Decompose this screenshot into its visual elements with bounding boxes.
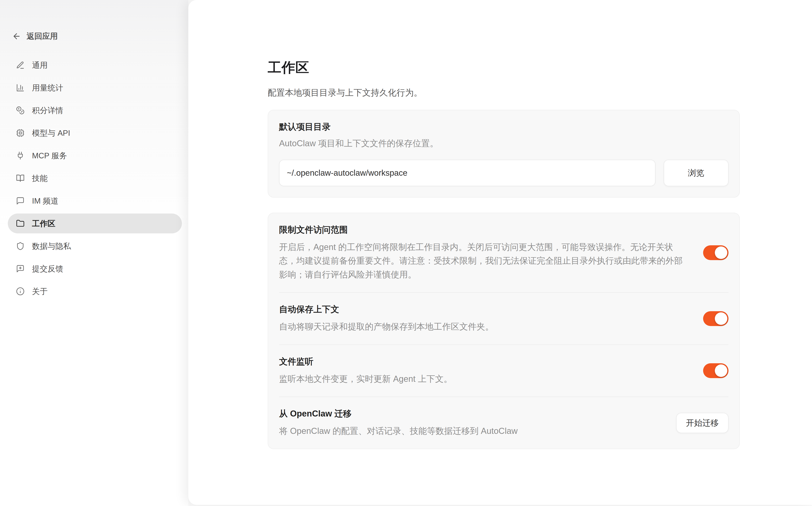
back-to-app-button[interactable]: 返回应用	[12, 31, 188, 41]
setting-title: 从 OpenClaw 迁移	[279, 408, 518, 419]
setting-row-auto-save-context: 自动保存上下文 自动将聊天记录和提取的产物保存到本地工作区文件夹。	[279, 293, 729, 344]
setting-description: 开启后，Agent 的工作空间将限制在工作目录内。关闭后可访问更大范围，可能导致…	[279, 240, 683, 281]
sidebar-item-label: 数据与隐私	[32, 241, 71, 252]
shield-icon	[16, 242, 24, 250]
sidebar-item-models-api[interactable]: 模型与 API	[8, 123, 182, 143]
auto-save-context-toggle[interactable]	[703, 311, 729, 326]
workspace-settings-page: 工作区 配置本地项目目录与上下文持久化行为。 默认项目目录 AutoClaw 项…	[188, 0, 812, 449]
sidebar-nav: 通用 用量统计 积分详情 模型与 API MCP 服务 技能 IM 频道	[8, 55, 182, 301]
coins-icon	[16, 106, 24, 115]
file-watch-toggle[interactable]	[703, 363, 729, 378]
feedback-icon	[16, 264, 24, 273]
sidebar-item-label: 提交反馈	[32, 263, 63, 274]
sidebar-item-feedback[interactable]: 提交反馈	[8, 259, 182, 279]
sidebar: 返回应用 通用 用量统计 积分详情 模型与 API MCP 服务 技能	[0, 0, 188, 506]
pencil-icon	[16, 61, 24, 69]
sidebar-item-label: 技能	[32, 173, 48, 184]
sidebar-item-label: MCP 服务	[32, 150, 67, 161]
directory-input-row: 浏览	[279, 160, 729, 186]
sidebar-item-label: 用量统计	[32, 82, 63, 93]
setting-text: 文件监听 监听本地文件变更，实时更新 Agent 上下文。	[279, 356, 452, 386]
arrow-left-icon	[12, 32, 21, 41]
sidebar-item-label: 模型与 API	[32, 128, 70, 139]
sidebar-item-about[interactable]: 关于	[8, 281, 182, 301]
info-icon	[16, 287, 24, 296]
sidebar-item-label: 关于	[32, 286, 48, 297]
sidebar-item-usage[interactable]: 用量统计	[8, 78, 182, 98]
default-directory-card: 默认项目目录 AutoClaw 项目和上下文文件的保存位置。 浏览	[268, 110, 740, 197]
setting-row-migrate: 从 OpenClaw 迁移 将 OpenClaw 的配置、对话记录、技能等数据迁…	[279, 397, 729, 449]
toggle-knob	[715, 364, 727, 377]
back-to-app-label: 返回应用	[26, 31, 58, 41]
setting-description: 自动将聊天记录和提取的产物保存到本地工作区文件夹。	[279, 320, 494, 333]
sidebar-item-credits[interactable]: 积分详情	[8, 100, 182, 120]
sidebar-item-workspace[interactable]: 工作区	[8, 214, 182, 233]
sidebar-item-label: 工作区	[32, 218, 56, 229]
browse-button[interactable]: 浏览	[664, 160, 729, 186]
sidebar-item-mcp[interactable]: MCP 服务	[8, 146, 182, 166]
setting-description: 监听本地文件变更，实时更新 Agent 上下文。	[279, 372, 452, 386]
sidebar-item-label: 积分详情	[32, 105, 63, 116]
toggle-knob	[715, 246, 727, 259]
book-open-icon	[16, 174, 24, 182]
setting-title: 文件监听	[279, 356, 452, 367]
sidebar-item-general[interactable]: 通用	[8, 55, 182, 75]
directory-card-description: AutoClaw 项目和上下文文件的保存位置。	[279, 138, 729, 149]
page-subtitle: 配置本地项目目录与上下文持久化行为。	[268, 87, 740, 98]
setting-row-file-watch: 文件监听 监听本地文件变更，实时更新 Agent 上下文。	[279, 345, 729, 397]
bar-chart-icon	[16, 83, 24, 92]
restrict-access-toggle[interactable]	[703, 245, 729, 260]
start-migration-button[interactable]: 开始迁移	[676, 413, 729, 433]
setting-text: 从 OpenClaw 迁移 将 OpenClaw 的配置、对话记录、技能等数据迁…	[279, 408, 518, 438]
sidebar-item-skills[interactable]: 技能	[8, 168, 182, 188]
message-icon	[16, 196, 24, 205]
folder-icon	[16, 219, 24, 228]
plug-icon	[16, 151, 24, 160]
setting-text: 自动保存上下文 自动将聊天记录和提取的产物保存到本地工作区文件夹。	[279, 304, 494, 333]
workspace-settings-card: 限制文件访问范围 开启后，Agent 的工作空间将限制在工作目录内。关闭后可访问…	[268, 213, 740, 449]
setting-row-restrict-access: 限制文件访问范围 开启后，Agent 的工作空间将限制在工作目录内。关闭后可访问…	[279, 213, 729, 292]
directory-card-title: 默认项目目录	[279, 121, 729, 133]
page-title: 工作区	[268, 59, 740, 77]
main-panel: 工作区 配置本地项目目录与上下文持久化行为。 默认项目目录 AutoClaw 项…	[188, 0, 812, 505]
toggle-knob	[715, 312, 727, 325]
setting-text: 限制文件访问范围 开启后，Agent 的工作空间将限制在工作目录内。关闭后可访问…	[279, 224, 683, 281]
setting-title: 自动保存上下文	[279, 304, 494, 315]
setting-description: 将 OpenClaw 的配置、对话记录、技能等数据迁移到 AutoClaw	[279, 424, 518, 438]
setting-title: 限制文件访问范围	[279, 224, 683, 236]
sidebar-item-data-privacy[interactable]: 数据与隐私	[8, 236, 182, 256]
chip-icon	[16, 129, 24, 137]
sidebar-item-im-channels[interactable]: IM 频道	[8, 191, 182, 211]
directory-path-input[interactable]	[279, 160, 656, 186]
sidebar-item-label: 通用	[32, 60, 48, 71]
sidebar-item-label: IM 频道	[32, 195, 59, 206]
